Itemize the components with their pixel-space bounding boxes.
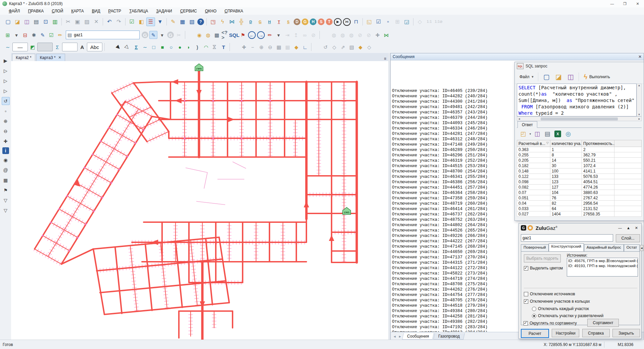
sector-tool-icon[interactable]: ◠ (202, 43, 210, 51)
sql-query-icon[interactable]: SQL (230, 31, 238, 39)
layers-folder-icon[interactable]: ◧ (137, 17, 146, 26)
edit-mode-icon[interactable]: ✎ (149, 31, 157, 39)
cut-object-icon[interactable]: ✂ (175, 31, 183, 39)
layer-remove-icon[interactable]: ⊟ (21, 31, 29, 39)
table-row[interactable]: 0.1221335076.53 (517, 174, 642, 179)
filter-icon[interactable]: ▽ (2, 196, 10, 204)
zulu-tool-icon[interactable]: ϟ (218, 17, 227, 26)
zulugaz-tab[interactable]: Аварийный выброс (584, 244, 624, 252)
round-by-sortament-option[interactable]: Округлять по сортаменту (524, 321, 577, 326)
menu-item[interactable]: ОКНО (201, 8, 220, 14)
print-result-icon[interactable]: ▤ (542, 129, 552, 139)
filled-rect-tool-icon[interactable]: ■ (158, 43, 166, 51)
task-list-icon[interactable]: ☑ (128, 17, 136, 26)
text-sample-button[interactable]: Abc (87, 43, 102, 51)
maximize-button[interactable]: ❐ (618, 0, 631, 7)
find-db-icon[interactable]: ◍ (204, 31, 212, 39)
export-object-icon[interactable]: ⇥ (283, 31, 291, 39)
layer-check-icon[interactable]: ☑ (47, 31, 55, 39)
checkbox-checked-icon[interactable] (524, 266, 528, 270)
pointer-query-icon[interactable]: ▷ (2, 87, 10, 95)
web-export-icon[interactable]: ◎ (563, 129, 573, 139)
cut-icon[interactable]: ✂ (64, 17, 72, 26)
table-row[interactable]: 0.033642131.52 (517, 206, 642, 211)
node-add-icon[interactable]: ✚ (374, 31, 382, 39)
settings-button[interactable]: Настройки (552, 329, 579, 337)
menu-item[interactable]: ФАЙЛ (5, 8, 24, 14)
circle-tool-icon[interactable]: ○ (167, 43, 175, 51)
zulugaz-tab[interactable]: Остат (624, 244, 640, 252)
minimize-icon[interactable]: — (618, 226, 622, 230)
grid-snap-icon[interactable]: ▦ (284, 43, 292, 51)
table-row[interactable]: 0.36312 (517, 147, 642, 152)
info-find-icon[interactable]: ◉ (2, 156, 10, 164)
insert-icon[interactable]: ▼ (156, 17, 164, 26)
list-item[interactable]: ID: 45676, ГРП в мкр.新оволадожский ( (568, 258, 637, 263)
sql-window-title-bar[interactable]: SQL SQL запрос (515, 62, 644, 70)
tab-gas-pipeline[interactable]: Газопровод (433, 333, 465, 340)
find-query-icon[interactable]: <?> (221, 31, 230, 39)
table-row[interactable]: 0.1481004141.1 (517, 168, 642, 174)
network-name-field[interactable] (521, 234, 613, 242)
zulugaz-title-bar[interactable]: G ZuluGaz® — ▲ ✕ (519, 223, 641, 232)
disable-branch-sections-radio[interactable]: Отключать участки у разветвлений (532, 313, 603, 318)
layer-edit-icon[interactable]: ✎ (39, 31, 47, 39)
blocks-icon[interactable]: ◳ (209, 17, 217, 26)
mode-h-icon[interactable]: H (310, 18, 316, 25)
close-button[interactable]: ✕ (631, 0, 644, 7)
area-style-icon[interactable]: ◩ (29, 43, 37, 51)
symbol-sample-button[interactable] (62, 43, 78, 51)
new-table-icon[interactable]: ▦ (178, 17, 187, 26)
graph-g-icon[interactable]: G (256, 17, 264, 26)
help-icon[interactable]: ? (197, 18, 204, 25)
restrict-2-icon[interactable]: ◍ (339, 31, 347, 39)
preview-icon[interactable]: ◰ (518, 129, 528, 139)
dropdown-icon[interactable]: ▾ (275, 31, 283, 39)
help-button[interactable]: Справка (582, 329, 610, 337)
graph-t-icon[interactable]: T (275, 17, 283, 26)
zoom-out-icon[interactable]: ⊖ (2, 127, 10, 135)
valve-icon[interactable]: ⋈ (382, 31, 390, 39)
g-remove-icon[interactable]: G (167, 32, 174, 38)
menu-item[interactable]: СЛОЙ (48, 8, 67, 14)
text-style-icon[interactable]: A (78, 43, 86, 51)
column-header-count[interactable]: количество уча... (550, 140, 582, 147)
fill-sample-button[interactable] (37, 43, 53, 51)
dropdown-icon[interactable]: ▾ (158, 31, 166, 39)
flag-icon[interactable]: ⚑ (2, 186, 10, 194)
nav-forward-icon[interactable]: → (257, 31, 265, 39)
shape-move-icon[interactable]: ▧ (348, 43, 356, 51)
legend-icon[interactable]: ▦ (2, 176, 10, 184)
messages-panel-icon[interactable]: ☰ (146, 17, 155, 26)
menu-item[interactable]: РАСТР (104, 8, 126, 14)
radio-selected-icon[interactable] (532, 314, 536, 318)
restrict-1-icon[interactable]: ◍ (330, 31, 338, 39)
replay-icon[interactable]: ⋈ (343, 18, 351, 26)
network-icon[interactable]: ╬ (237, 17, 246, 26)
mode-s-icon[interactable]: S (318, 18, 325, 25)
mode-t-icon[interactable]: T (326, 18, 333, 25)
table-search-icon[interactable]: ▧ (188, 17, 196, 26)
menu-item[interactable]: ЗАДАЧИ (152, 8, 176, 14)
profile-chart-icon[interactable]: ⊓ (352, 17, 360, 26)
disable-ring-sections-option[interactable]: Отключение участков в кольцах (524, 299, 590, 304)
table-row[interactable]: 0.04822956.54 (517, 201, 642, 206)
tabs-left-icon[interactable]: ◄ (392, 335, 397, 338)
pointer-info-icon[interactable]: ▷ (2, 77, 10, 85)
print-preview-icon[interactable]: ⊡ (41, 17, 50, 26)
delete-icon[interactable]: ✕ (92, 17, 101, 26)
table-row[interactable]: 0.2558362.79 (517, 152, 642, 158)
checkbox-checked-icon[interactable] (524, 321, 528, 326)
db-edit-icon[interactable]: ✎ (169, 17, 178, 26)
remove-node-icon[interactable]: − (249, 43, 257, 51)
print-area-icon[interactable]: ▫ (384, 17, 392, 26)
add-vertex-icon[interactable]: ⊕ (257, 43, 265, 51)
layer-combo-input[interactable] (73, 32, 125, 38)
table-row[interactable]: 0.0981234054.51 (517, 179, 642, 185)
undo-icon[interactable]: ↶ (105, 17, 114, 26)
import-object-icon[interactable]: ↥ (292, 31, 300, 39)
grid-icon[interactable]: ▦ (275, 43, 283, 51)
result-table-header[interactable]: Расчетный в...▽ количество уча... Протяж… (517, 140, 642, 147)
arc-tool-icon[interactable]: ) (193, 43, 201, 51)
column-header-length[interactable]: Протяженность... (582, 140, 614, 147)
